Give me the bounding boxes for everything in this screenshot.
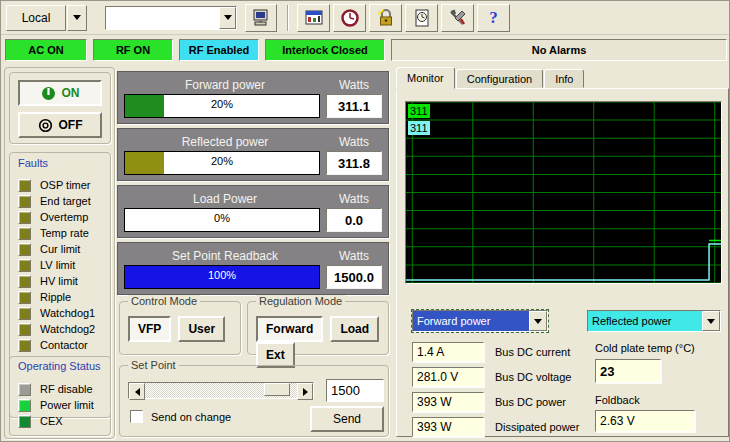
- fault-label: Overtemp: [40, 211, 88, 223]
- fault-led: [18, 307, 31, 320]
- off-button-label: OFF: [59, 118, 83, 132]
- fault-led: [18, 211, 31, 224]
- meter-unit: Watts: [326, 249, 382, 263]
- arrow-right-icon: [303, 388, 308, 396]
- fault-row: OSP timer: [18, 177, 110, 193]
- chevron-down-icon: [73, 15, 81, 20]
- meter-value: 311.1: [326, 94, 382, 118]
- meter-percent: 20%: [125, 155, 319, 167]
- meter-value: 0.0: [326, 208, 382, 232]
- trace1-select-arrow[interactable]: [529, 311, 547, 331]
- status-interlock: Interlock Closed: [265, 39, 385, 61]
- log-button[interactable]: [405, 4, 438, 32]
- help-button[interactable]: ?: [477, 4, 510, 32]
- meter-value: 1500.0: [326, 265, 382, 289]
- slider-thumb[interactable]: [264, 383, 290, 396]
- trace1-select-value[interactable]: Forward power: [413, 311, 529, 331]
- meter-unit: Watts: [326, 78, 382, 92]
- send-button[interactable]: Send: [310, 406, 384, 432]
- load-button[interactable]: Load: [330, 316, 379, 342]
- slider-left-arrow[interactable]: [129, 383, 145, 400]
- address-combobox-arrow[interactable]: [219, 7, 236, 29]
- forward-button[interactable]: Forward: [256, 316, 323, 342]
- fault-led: [18, 227, 31, 240]
- meter-title: Load Power: [124, 192, 326, 206]
- fault-label: Watchdog2: [40, 323, 95, 335]
- cold-plate-temp-field: 23: [595, 359, 661, 383]
- tools-button[interactable]: [441, 4, 474, 32]
- computer-icon: [251, 8, 271, 28]
- send-on-change-label: Send on change: [151, 411, 231, 423]
- set-point-slider[interactable]: [128, 382, 314, 399]
- chevron-down-icon: [224, 15, 232, 20]
- tab-bar: Monitor Configuration Info: [396, 67, 585, 89]
- dissipated-power-field: 393 W: [412, 417, 484, 437]
- tab-configuration[interactable]: Configuration: [456, 69, 543, 88]
- set-point-input[interactable]: [326, 379, 384, 402]
- fault-led: [18, 339, 31, 352]
- right-panel: Monitor Configuration Info 311 311 Forwa…: [396, 67, 729, 439]
- fault-row: Temp rate: [18, 225, 110, 241]
- bus-dc-current-field: 1.4 A: [412, 342, 484, 362]
- panels-button[interactable]: [297, 4, 330, 32]
- bus-dc-current-label: Bus DC current: [495, 346, 570, 358]
- meter-unit: Watts: [326, 192, 382, 206]
- fault-label: End target: [40, 195, 91, 207]
- strip-chart-plot: [406, 102, 721, 283]
- local-dropdown-value[interactable]: Local: [6, 5, 66, 31]
- control-mode-title: Control Mode: [128, 295, 200, 307]
- trace2-select[interactable]: Reflected power: [587, 310, 721, 332]
- send-on-change-checkbox[interactable]: [130, 410, 143, 423]
- tab-monitor[interactable]: Monitor: [396, 67, 455, 89]
- strip-chart: 311 311: [405, 101, 722, 284]
- trace2-select-value[interactable]: Reflected power: [588, 311, 702, 331]
- foldback-label: Foldback: [595, 394, 640, 406]
- vfp-button[interactable]: VFP: [128, 316, 171, 342]
- address-combobox-value[interactable]: [106, 7, 219, 29]
- address-combobox[interactable]: [105, 6, 237, 30]
- app-window: Local: [0, 0, 730, 442]
- fault-label: Watchdog1: [40, 307, 95, 319]
- status-ac-on: AC ON: [5, 39, 87, 61]
- fault-led: [18, 179, 31, 192]
- local-dropdown[interactable]: Local: [6, 5, 87, 31]
- fault-row: Watchdog1: [18, 305, 110, 321]
- operating-status-group: Operating Status RF disable Power limit …: [9, 356, 111, 436]
- status-led: [18, 383, 31, 396]
- slider-track[interactable]: [145, 383, 297, 398]
- chevron-down-icon: [707, 319, 715, 324]
- fault-led: [18, 291, 31, 304]
- meter-progressbar: 20%: [124, 94, 320, 118]
- fault-label: Contactor: [40, 339, 88, 351]
- fault-row: End target: [18, 193, 110, 209]
- on-button-label: ON: [62, 86, 80, 100]
- forward-power-meter: Forward powerWatts 20% 311.1: [117, 71, 389, 124]
- connect-button[interactable]: [245, 4, 277, 32]
- foldback-field: 2.63 V: [595, 410, 695, 432]
- user-button[interactable]: User: [178, 316, 225, 342]
- status-rf-enabled: RF Enabled: [179, 39, 259, 61]
- on-button[interactable]: ON: [18, 80, 102, 106]
- off-button[interactable]: OFF: [18, 112, 102, 138]
- local-dropdown-arrow[interactable]: [67, 5, 87, 31]
- bus-dc-power-label: Bus DC power: [495, 396, 566, 408]
- set-point-title: Set Point: [128, 359, 179, 371]
- monitor-clock-button[interactable]: [333, 4, 366, 32]
- tab-info[interactable]: Info: [544, 69, 584, 88]
- middle-panel: Forward powerWatts 20% 311.1 Reflected p…: [117, 67, 391, 439]
- status-row: RF disable: [18, 381, 110, 397]
- meter-progressbar: 0%: [124, 208, 320, 232]
- send-on-change-row[interactable]: Send on change: [130, 410, 231, 423]
- slider-right-arrow[interactable]: [297, 383, 313, 400]
- fault-label: Temp rate: [40, 227, 89, 239]
- meter-progressbar: 20%: [124, 151, 320, 175]
- status-label: RF disable: [40, 383, 93, 395]
- fault-row: HV limit: [18, 273, 110, 289]
- meter-title: Forward power: [124, 78, 326, 92]
- security-button[interactable]: [369, 4, 402, 32]
- left-panel: ON OFF Faults OSP timer End target Overt…: [4, 67, 115, 439]
- forward-power-value-chip: 311: [408, 104, 430, 118]
- trace2-select-arrow[interactable]: [702, 311, 720, 331]
- trace1-select[interactable]: Forward power: [412, 310, 548, 332]
- meter-title: Set Point Readback: [124, 249, 326, 263]
